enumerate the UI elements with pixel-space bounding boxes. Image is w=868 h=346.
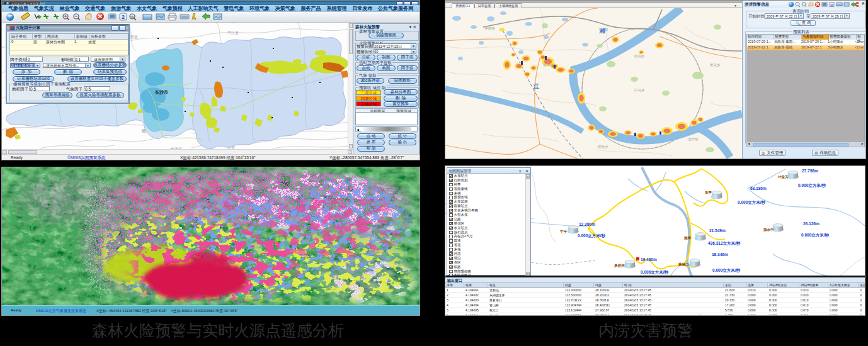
svg-text:12.380m: 12.380m: [579, 222, 595, 226]
svg-text:黄龙乡: 黄龙乡: [710, 63, 721, 67]
svg-text:抽水中: 抽水中: [763, 228, 774, 232]
svg-text:18.346m: 18.346m: [712, 252, 728, 257]
svg-text:21.549m: 21.549m: [709, 228, 726, 233]
svg-text:19.460m: 19.460m: [641, 257, 657, 262]
svg-text:0.000立方米/秒: 0.000立方米/秒: [578, 233, 606, 238]
svg-text:株洲口: 株洲口: [678, 262, 689, 267]
svg-text:昭陵乡: 昭陵乡: [598, 145, 608, 148]
svg-text:雷锋乡: 雷锋乡: [543, 63, 554, 67]
svg-text:0.000立方米/秒: 0.000立方米/秒: [712, 268, 741, 273]
svg-text:淦田镇: 淦田镇: [688, 137, 699, 142]
svg-text:0.000立方米/秒: 0.000立方米/秒: [801, 233, 830, 238]
svg-text:朱亭: 朱亭: [704, 191, 712, 195]
svg-text:%: %: [130, 15, 134, 19]
svg-text:436.312立方米/秒: 436.312立方米/秒: [708, 241, 741, 246]
svg-text:0.000立方米/秒: 0.000立方米/秒: [738, 200, 766, 205]
svg-text:0.006立方米/秒: 0.006立方米/秒: [641, 270, 669, 275]
svg-text:易俗河: 易俗河: [614, 264, 625, 268]
svg-text:雨花区: 雨花区: [634, 54, 645, 59]
svg-text:攸县: 攸县: [228, 23, 236, 23]
svg-text:坪塘镇: 坪塘镇: [484, 26, 495, 31]
svg-text:26.126m: 26.126m: [803, 221, 819, 226]
svg-text:63.180m: 63.180m: [750, 186, 767, 191]
svg-text:平江县: 平江县: [227, 30, 239, 35]
svg-text:R: R: [830, 3, 833, 7]
svg-text:2: 2: [122, 14, 125, 20]
svg-text:长沙市: 长沙市: [154, 89, 168, 95]
svg-text:宁乡: 宁乡: [560, 230, 568, 234]
svg-text:27.798m: 27.798m: [802, 169, 818, 173]
svg-text:白马乡: 白马乡: [634, 88, 645, 92]
svg-text:计量关: 计量关: [778, 175, 789, 179]
svg-text:湘: 湘: [599, 28, 605, 34]
svg-text:湘潭: 湘潭: [683, 236, 692, 240]
svg-text:0.000立方米/秒: 0.000立方米/秒: [798, 183, 826, 188]
svg-text:江: 江: [533, 83, 539, 89]
